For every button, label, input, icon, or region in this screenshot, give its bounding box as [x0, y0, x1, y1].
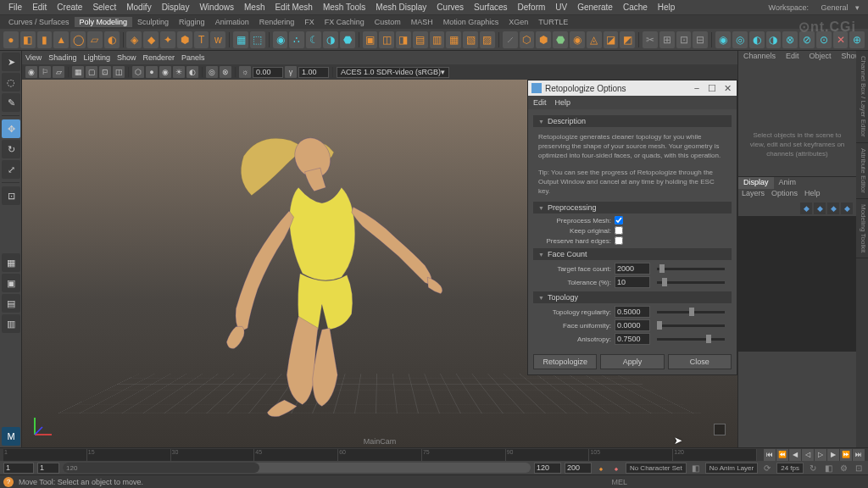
range-vis-end-field[interactable] — [534, 463, 561, 474]
target-face-field[interactable] — [615, 263, 650, 274]
film-gate-icon[interactable]: ▢ — [86, 66, 97, 78]
pyramid-icon[interactable]: ◆ — [143, 31, 159, 48]
menu-item[interactable]: Edit — [27, 1, 52, 14]
grid-icon[interactable]: ▦ — [72, 66, 84, 78]
shelf-tab[interactable]: Motion Graphics — [438, 17, 504, 27]
cone-icon[interactable]: ▲ — [53, 31, 69, 48]
range-block[interactable]: 120 — [63, 463, 259, 473]
menu-item[interactable]: Modify — [121, 1, 156, 14]
preserve-hard-checkbox[interactable] — [615, 236, 623, 245]
view-menu[interactable]: Lighting — [83, 53, 110, 62]
layer-icon[interactable]: ◆ — [841, 202, 853, 214]
paint-select-tool[interactable]: ✎ — [2, 93, 20, 112]
anim-layer-dropdown[interactable]: No Anim Layer — [705, 463, 758, 474]
exposure-icon[interactable]: ☼ — [239, 66, 251, 78]
sculpt8-icon[interactable]: ⊕ — [849, 31, 865, 48]
offset-edge-icon[interactable]: ⊡ — [676, 31, 692, 48]
anisotropy-slider[interactable] — [657, 338, 725, 341]
menu-item[interactable]: Display — [157, 1, 195, 14]
shelf-tab[interactable]: Rigging — [174, 17, 210, 27]
sculpt5-icon[interactable]: ⊗ — [782, 31, 798, 48]
layer-icon[interactable]: ◧ — [690, 462, 702, 474]
cylinder-icon[interactable]: ▮ — [37, 31, 53, 48]
fps-dropdown[interactable]: 24 fps — [776, 463, 804, 474]
gamma-icon[interactable]: γ — [285, 66, 297, 78]
sculpt7-icon[interactable]: ⊙ — [816, 31, 832, 48]
shelf-tab[interactable]: Curves / Surfaces — [3, 17, 75, 27]
shadows-icon[interactable]: ◐ — [186, 66, 198, 78]
regularity-slider[interactable] — [657, 311, 725, 313]
connect-icon[interactable]: ⟋ — [503, 31, 518, 48]
quadrangulate-icon[interactable]: ◪ — [604, 31, 619, 48]
range-vis-start-field[interactable] — [37, 463, 59, 474]
layer-menu[interactable]: Help — [804, 189, 821, 201]
script-icon[interactable]: ⊡ — [853, 462, 865, 474]
dialog-menu-item[interactable]: Help — [555, 98, 571, 107]
sculpt6-icon[interactable]: ⊘ — [799, 31, 815, 48]
polytype-icon[interactable]: ▦ — [233, 31, 248, 48]
layer-icon[interactable]: ◆ — [800, 202, 812, 214]
loop-icon[interactable]: ↻ — [807, 462, 819, 474]
menu-item[interactable]: Mesh — [239, 1, 270, 14]
regularity-field[interactable] — [615, 306, 650, 318]
shaded-icon[interactable]: ● — [146, 66, 158, 78]
shelf-tab[interactable]: FX Caching — [320, 17, 370, 27]
sound-icon[interactable]: ◧ — [822, 462, 834, 474]
menu-item[interactable]: Help — [653, 1, 681, 14]
helix-icon[interactable]: T — [194, 31, 209, 48]
platonic-icon[interactable]: ◈ — [126, 31, 142, 48]
scale-tool[interactable]: ⤢ — [2, 160, 20, 179]
layer-tab[interactable]: Display — [738, 177, 774, 189]
shelf-tab[interactable]: Rendering — [254, 17, 300, 27]
shelf-tab[interactable]: FX — [299, 17, 320, 27]
snap-tool[interactable]: ▦ — [2, 253, 20, 272]
booleans-icon[interactable]: ◑ — [323, 31, 338, 48]
shelf-tab[interactable]: Custom — [370, 17, 406, 27]
camera-icon[interactable]: ◉ — [25, 66, 37, 78]
shelf-tab[interactable]: MASH — [406, 17, 438, 27]
graph-tool[interactable]: ▤ — [2, 294, 20, 313]
sculpt3-icon[interactable]: ◐ — [749, 31, 765, 48]
time-slider[interactable]: 1 15 30 45 60 75 90 105 120 — [3, 449, 757, 461]
xray-icon[interactable]: ⊗ — [220, 66, 231, 78]
lasso-tool[interactable]: ◌ — [2, 73, 20, 92]
preprocess-checkbox[interactable] — [615, 216, 623, 225]
multicut-icon[interactable]: ✂ — [643, 31, 658, 48]
character-mesh[interactable] — [151, 109, 509, 422]
cube-icon[interactable]: ◧ — [20, 31, 36, 48]
sphere-icon[interactable]: ● — [3, 31, 19, 48]
sculpt2-icon[interactable]: ◎ — [732, 31, 748, 48]
textured-icon[interactable]: ◉ — [159, 66, 171, 78]
apply-button[interactable]: Apply — [600, 354, 664, 369]
side-tab[interactable]: Modeling Toolkit — [856, 199, 868, 258]
mirror-icon[interactable]: ⬢ — [536, 31, 551, 48]
menu-item[interactable]: Mesh Tools — [318, 1, 370, 14]
play-back-icon[interactable]: ◁ — [802, 449, 814, 461]
menu-item[interactable]: Surfaces — [469, 1, 512, 14]
target-weld-icon[interactable]: ▨ — [480, 31, 495, 48]
section-preprocessing[interactable]: Preprocessing — [533, 202, 732, 214]
append-icon[interactable]: ▥ — [430, 31, 445, 48]
next-key-icon[interactable]: ▶ — [827, 449, 839, 461]
side-tab[interactable]: Channel Box / Layer Editor — [856, 51, 868, 143]
step-fwd-icon[interactable]: ⏩ — [840, 449, 852, 461]
menu-item[interactable]: Deform — [513, 1, 551, 14]
menu-item[interactable]: Curves — [431, 1, 469, 14]
extrude-icon[interactable]: ▣ — [363, 31, 378, 48]
layer-icon[interactable]: ◆ — [827, 202, 839, 214]
gear-icon[interactable]: w — [210, 31, 225, 48]
shelf-tab[interactable]: Animation — [210, 17, 254, 27]
sculpt1-icon[interactable]: ◉ — [715, 31, 731, 48]
combine-icon[interactable]: ◉ — [273, 31, 288, 48]
key-icon[interactable]: ⬥ — [595, 462, 607, 474]
sculpt4-icon[interactable]: ◑ — [766, 31, 782, 48]
torus-icon[interactable]: ◯ — [70, 31, 86, 48]
rp-tab[interactable]: Edit — [781, 51, 804, 63]
rp-tab[interactable]: Object — [804, 51, 837, 63]
merge-icon[interactable]: ▧ — [463, 31, 478, 48]
anisotropy-field[interactable] — [615, 333, 650, 345]
reduce-icon[interactable]: ◩ — [620, 31, 635, 48]
layer-list[interactable] — [738, 216, 856, 352]
uniformity-slider[interactable] — [657, 324, 725, 327]
triangulate-icon[interactable]: ◬ — [587, 31, 602, 48]
